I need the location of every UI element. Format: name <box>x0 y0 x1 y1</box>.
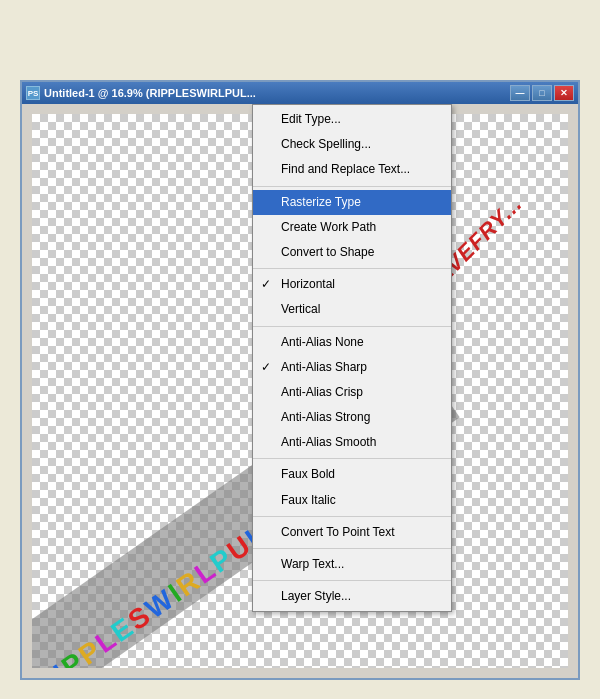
menu-separator-sep7 <box>253 580 451 581</box>
menu-item-create-work-path[interactable]: Create Work Path <box>253 215 451 240</box>
window-title-area: PS Untitled-1 @ 16.9% (RIPPLESWIRLPUL... <box>26 86 256 100</box>
menu-item-vertical[interactable]: Vertical <box>253 297 451 322</box>
menu-item-faux-italic[interactable]: Faux Italic <box>253 488 451 513</box>
maximize-button[interactable]: □ <box>532 85 552 101</box>
minimize-button[interactable]: — <box>510 85 530 101</box>
menu-item-find-replace[interactable]: Find and Replace Text... <box>253 157 451 182</box>
menu-item-anti-alias-crisp[interactable]: Anti-Alias Crisp <box>253 380 451 405</box>
menu-item-anti-alias-smooth[interactable]: Anti-Alias Smooth <box>253 430 451 455</box>
menu-item-check-spelling[interactable]: Check Spelling... <box>253 132 451 157</box>
window-controls: — □ ✕ <box>510 85 574 101</box>
context-menu: Edit Type...Check Spelling...Find and Re… <box>252 104 452 612</box>
menu-item-layer-style[interactable]: Layer Style... <box>253 584 451 609</box>
window-app-icon: PS <box>26 86 40 100</box>
photoshop-window: PS Untitled-1 @ 16.9% (RIPPLESWIRLPUL...… <box>20 80 580 680</box>
menu-separator-sep2 <box>253 268 451 269</box>
close-button[interactable]: ✕ <box>554 85 574 101</box>
window-titlebar: PS Untitled-1 @ 16.9% (RIPPLESWIRLPUL...… <box>22 82 578 104</box>
menu-item-anti-alias-sharp[interactable]: Anti-Alias Sharp <box>253 355 451 380</box>
menu-item-rasterize-type[interactable]: Rasterize Type <box>253 190 451 215</box>
menu-item-warp-text[interactable]: Warp Text... <box>253 552 451 577</box>
menu-separator-sep5 <box>253 516 451 517</box>
menu-item-anti-alias-none[interactable]: Anti-Alias None <box>253 330 451 355</box>
menu-separator-sep4 <box>253 458 451 459</box>
menu-item-convert-to-shape[interactable]: Convert to Shape <box>253 240 451 265</box>
window-title: Untitled-1 @ 16.9% (RIPPLESWIRLPUL... <box>44 87 256 99</box>
window-content: WAVEFRY... RIPPLESWIRLPULSATESPI Edit Ty… <box>22 104 578 678</box>
menu-separator-sep1 <box>253 186 451 187</box>
menu-separator-sep6 <box>253 548 451 549</box>
menu-item-convert-to-point[interactable]: Convert To Point Text <box>253 520 451 545</box>
menu-separator-sep3 <box>253 326 451 327</box>
menu-item-faux-bold[interactable]: Faux Bold <box>253 462 451 487</box>
menu-item-anti-alias-strong[interactable]: Anti-Alias Strong <box>253 405 451 430</box>
menu-item-edit-type[interactable]: Edit Type... <box>253 107 451 132</box>
menu-item-horizontal[interactable]: Horizontal <box>253 272 451 297</box>
